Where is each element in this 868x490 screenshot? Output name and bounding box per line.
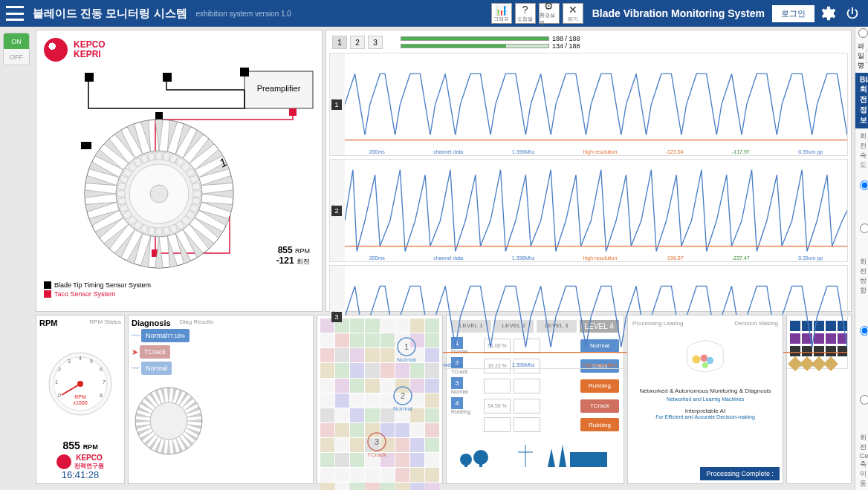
svg-rect-80 [570,452,607,467]
heatmap-panel: 1 2 3 Normal Normal TCrack [317,315,443,484]
svg-rect-20 [192,183,200,190]
radio-option[interactable]: 반시계 방향 회전 [860,297,868,365]
svg-text:0: 0 [58,393,61,398]
section-header: Blade 회전 정보 [855,73,868,128]
chart-tab-3[interactable]: 3 [368,36,383,49]
svg-rect-75 [479,457,482,467]
radio-option[interactable]: 트랙값 이동 [860,204,868,252]
radio-option[interactable]: 실제 RPM이용 [860,172,868,198]
signal-chart-ch1: CH1 1 200mschannel data1.398Mhzhigh reso… [329,53,848,156]
svg-text:1: 1 [55,379,58,385]
turbine-diagram: Preamplifier [44,68,316,275]
svg-rect-5 [289,108,297,116]
chart-tab-1[interactable]: 1 [332,36,347,49]
power-icon[interactable] [843,4,862,23]
signal-chart-ch2: CH2 2 200mschannel data1.398Mhzhigh reso… [329,159,848,262]
header: 블레이드 진동 모니터링 시스템 exhibition system versi… [0,0,868,27]
svg-point-83 [707,357,714,365]
svg-rect-36 [117,197,126,205]
svg-text:8: 8 [100,393,103,398]
svg-text:6: 6 [100,367,103,372]
svg-rect-73 [464,460,467,467]
diagnosis-panel: DiagnosisDiag Results 〰Normal77.18% ➤TCr… [128,315,314,484]
svg-marker-79 [559,445,566,467]
diag-bar-normal-2: Normal [141,362,172,375]
radio-option[interactable]: 시계 방향 회전 [860,370,868,428]
app-subtitle: exhibition system version 1.0 [196,10,291,18]
svg-rect-7 [81,142,91,149]
svg-rect-38 [117,183,126,190]
diag-bar-tcrack: TCrack [140,345,170,359]
svg-text:2: 2 [58,367,61,372]
svg-rect-21 [193,191,201,197]
filename-label: 파일명 [858,42,864,71]
svg-rect-14 [163,152,170,160]
top-radio-1[interactable]: 1 [858,28,868,38]
svg-text:4: 4 [79,356,82,361]
rpm-gauge-panel: RPMRPM Status 012 345 678 RPM x1000 [36,315,125,484]
graph-button[interactable]: 📊그래프 [491,3,512,24]
svg-rect-30 [148,226,155,235]
settings-button[interactable]: ⚙환경설정 [539,3,560,24]
chart-tab-2[interactable]: 2 [350,36,365,49]
help-button[interactable]: ?도움말 [515,3,536,24]
svg-text:Preamplifier: Preamplifier [257,84,301,93]
svg-rect-22 [192,197,200,205]
wave-icon: 〰 [132,331,140,340]
svg-text:7: 7 [103,379,106,385]
svg-marker-78 [548,448,555,467]
signal-charts-panel: 1 2 3 188 / 188 134 / 188 CH1 1 [326,30,852,312]
svg-point-62 [150,402,187,440]
svg-rect-4 [240,68,249,76]
kepco-logo-text: KEPCOKEPRI [74,40,106,59]
rpm-gauge: 012 345 678 RPM x1000 [43,347,117,421]
mini-turbine [132,384,206,458]
legend-taco: Taco Sensor System [54,290,116,298]
svg-rect-44 [148,152,155,160]
login-button[interactable]: 로그인 [772,5,814,22]
wave-icon: 〰 [132,364,140,373]
arrow-icon: ➤ [132,347,138,357]
svg-point-12 [150,185,168,203]
rpm-display: 855 RPM -121 회전 [276,245,310,267]
svg-rect-37 [117,191,125,197]
svg-point-81 [692,355,700,363]
gear-icon[interactable] [819,4,838,23]
svg-rect-29 [156,228,162,235]
processing-status: Processing Complete : [700,467,780,480]
kepco-footer-logo: KEPCO전력연구원 [39,454,121,469]
svg-rect-2 [85,73,94,82]
time-display: 16:41:28 [39,469,121,480]
svg-text:5: 5 [90,359,93,364]
ai-panel: Processing LearingDecision Making Networ… [627,315,783,484]
svg-rect-3 [163,73,172,82]
app-title-en: Blade Vibration Monitoring System [592,7,765,19]
svg-point-58 [77,381,83,387]
svg-rect-28 [163,226,170,235]
svg-rect-13 [156,152,162,160]
kepco-logo-icon [44,38,68,62]
left-column: ON OFF [0,27,33,490]
turbine-diagram-panel: KEPCOKEPRI Preamplifier [36,30,323,312]
svg-text:x1000: x1000 [73,400,87,405]
svg-text:RPM: RPM [74,394,86,399]
cityscape-icon [451,441,621,471]
close-button[interactable]: ✕닫기 [563,3,583,24]
menu-icon[interactable] [6,6,24,21]
on-off-toggle[interactable]: ON OFF [3,33,30,65]
brain-icon [676,334,735,379]
toggle-off: OFF [4,49,29,65]
toggle-on: ON [4,33,29,49]
diag-bar-normal: Normal77.18% [141,329,190,342]
svg-text:3: 3 [68,359,71,364]
svg-point-84 [702,362,708,368]
settings-sidebar: 1234567 파일명 로딩 Blade 회전 정보회전속도실제 RPM이용트랙… [855,27,868,490]
legend-btt: Blade Tip Timing Sensor System [54,281,151,289]
app-title-ko: 블레이드 진동 모니터링 시스템 [33,7,187,21]
